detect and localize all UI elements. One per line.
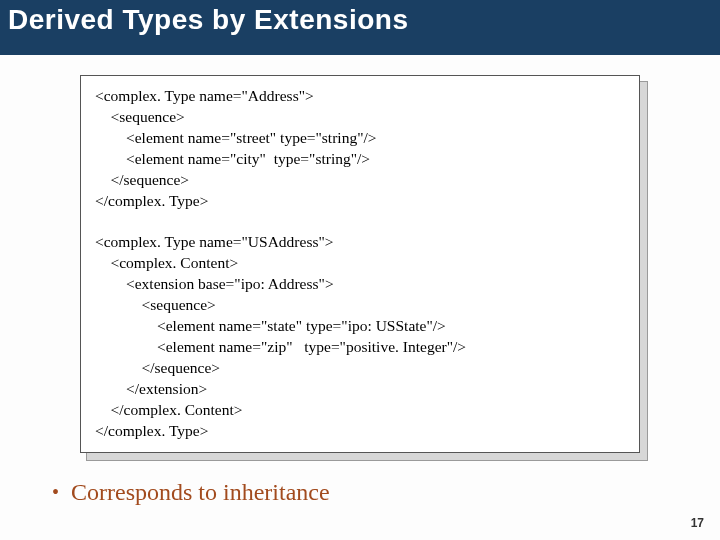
- code-line: <element name="state" type="ipo: USState…: [95, 317, 446, 334]
- code-line: </sequence>: [95, 359, 220, 376]
- title-bar: Derived Types by Extensions: [0, 0, 720, 55]
- page-number: 17: [691, 516, 704, 530]
- code-line: </sequence>: [95, 171, 189, 188]
- bullet-marker: •: [52, 481, 59, 504]
- code-line: </extension>: [95, 380, 207, 397]
- code-line: <complex. Type name="Address">: [95, 87, 314, 104]
- bullet-item: • Corresponds to inheritance: [52, 479, 720, 506]
- code-line: <element name="street" type="string"/>: [95, 129, 377, 146]
- code-line: <complex. Content>: [95, 254, 238, 271]
- code-line: <sequence>: [95, 108, 185, 125]
- code-line: <extension base="ipo: Address">: [95, 275, 334, 292]
- code-line: </complex. Content>: [95, 401, 243, 418]
- slide-title: Derived Types by Extensions: [8, 4, 408, 36]
- code-block: <complex. Type name="Address"> <sequence…: [80, 75, 640, 453]
- bullet-text: Corresponds to inheritance: [71, 479, 330, 506]
- code-line: <complex. Type name="USAddress">: [95, 233, 334, 250]
- code-line: <element name="city" type="string"/>: [95, 150, 370, 167]
- code-line: <element name="zip" type="positive. Inte…: [95, 338, 466, 355]
- code-block-container: <complex. Type name="Address"> <sequence…: [80, 75, 640, 453]
- code-line: </complex. Type>: [95, 192, 208, 209]
- code-line: <sequence>: [95, 296, 216, 313]
- code-line: </complex. Type>: [95, 422, 208, 439]
